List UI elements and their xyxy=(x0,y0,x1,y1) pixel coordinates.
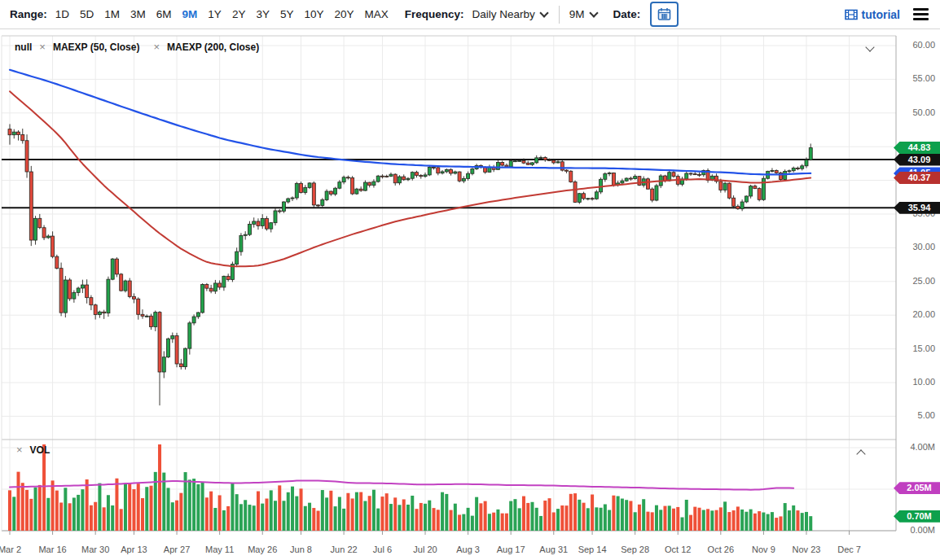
close-icon[interactable]: × xyxy=(16,445,23,455)
date-axis-label: Oct 26 xyxy=(708,545,734,554)
price-axis-label: 50.00 xyxy=(894,107,935,117)
price-axis-label: 20.00 xyxy=(894,309,935,319)
ma200-badge: 40.37 xyxy=(894,172,940,184)
vol-avg-badge: 2.05M xyxy=(894,482,940,494)
price-axis-label: 60.00 xyxy=(894,40,935,50)
date-axis-label: Aug 31 xyxy=(539,545,568,554)
date-axis-label: Mar 16 xyxy=(38,545,66,554)
volume-axis-label: 0.00M xyxy=(894,525,935,535)
price-axis-label: 30.00 xyxy=(894,242,935,252)
date-axis-label: Jun 22 xyxy=(331,545,358,554)
date-axis-label: Jul 6 xyxy=(373,545,392,554)
volume-study-label: VOL xyxy=(30,444,51,456)
date-axis-label: Jul 20 xyxy=(413,545,437,554)
date-axis-label: Apr 13 xyxy=(121,545,147,554)
date-axis-label: May 26 xyxy=(248,545,277,554)
date-axis-label: Dec 7 xyxy=(837,545,861,554)
price-axis-label: 25.00 xyxy=(894,276,935,286)
volume-legend: × VOL xyxy=(16,444,50,456)
date-axis-label: Jun 8 xyxy=(290,545,312,554)
date-axis-label: Apr 27 xyxy=(164,545,190,554)
volume-axis-label: 4.00M xyxy=(894,442,935,452)
date-axis-label: Nov 9 xyxy=(752,545,775,554)
close-icon[interactable]: × xyxy=(39,42,46,52)
price-axis-label: 15.00 xyxy=(894,343,935,353)
date-axis-label: Aug 3 xyxy=(456,545,480,554)
main-legend: null × MAEXP (50, Close) × MAEXP (200, C… xyxy=(15,42,259,53)
date-axis-label: May 11 xyxy=(205,545,234,554)
price-axis-label: 10.00 xyxy=(894,377,935,387)
study-label-ma200: MAEXP (200, Close) xyxy=(167,42,259,53)
close-icon[interactable]: × xyxy=(153,42,160,52)
price-axis-label: 5.00 xyxy=(894,410,935,420)
date-axis-label: Sep 28 xyxy=(621,545,649,554)
date-axis-label: Sep 14 xyxy=(578,545,607,554)
vol-last-badge: 0.70M xyxy=(894,510,940,523)
study-label-ma50: MAEXP (50, Close) xyxy=(53,42,139,53)
date-axis-label: Oct 12 xyxy=(665,545,691,554)
price-axis-label: 55.00 xyxy=(894,73,935,83)
date-axis-label: Nov 23 xyxy=(793,545,821,554)
hline-lower-badge: 35.94 xyxy=(894,202,940,214)
symbol-label: null xyxy=(15,42,32,53)
chart-application: { "toolbar": { "range_label": "Range:", … xyxy=(0,0,940,560)
date-axis-label: Mar 2 xyxy=(0,545,21,554)
last-price-badge: 44.83 xyxy=(894,142,940,154)
hline-upper-badge: 43.09 xyxy=(894,154,940,166)
chart-canvas[interactable] xyxy=(0,0,940,560)
date-axis-label: Mar 30 xyxy=(81,545,109,554)
date-axis-label: Aug 17 xyxy=(497,545,525,554)
